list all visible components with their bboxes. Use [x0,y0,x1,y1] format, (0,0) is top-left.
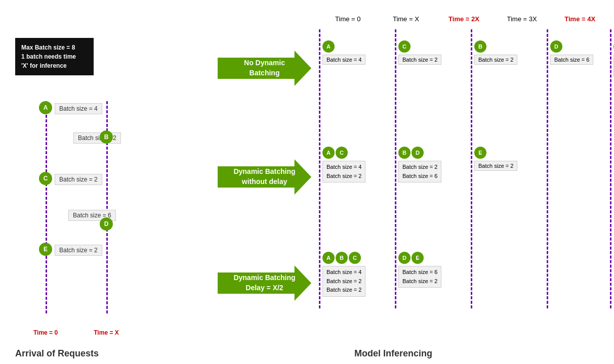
infer-dline-3 [547,29,548,308]
card-r1-c2: Batch size = 2 [474,55,517,65]
request-node-A: A [39,101,52,114]
node-r2-C: C [336,147,348,159]
time-header-x: Time = X [377,15,435,23]
request-node-E: E [39,243,52,256]
dashed-line-t0 [46,101,47,313]
node-r2-D: D [412,147,424,159]
infer-row1-col0: A Batch size = 4 [322,40,365,65]
card-r1-c1: Batch size = 2 [398,55,441,65]
infer-row3-col0: A B C Batch size = 4Batch size = 2Batch … [322,252,365,297]
node-r2-B: B [398,147,411,159]
batch-label-B: Batch size = 2 [73,132,121,144]
infer-row2-col1: B D Batch size = 2Batch size = 6 [398,147,441,183]
card-r2-c2: Batch size = 2 [474,161,517,171]
arrow-no-dynamic: No DynamicBatching [218,51,311,86]
batch-label-A: Batch size = 4 [55,103,102,114]
time-label-0: Time = 0 [33,329,58,336]
node-r3-D: D [398,252,411,264]
node-r2-A: A [322,147,335,159]
inferencing-title: Model Inferencing [354,348,432,359]
card-r1-c0: Batch size = 4 [322,55,365,65]
node-r3-E: E [412,252,424,264]
time-header-2x: Time = 2X [435,15,493,23]
node-r1-A: A [322,40,335,53]
node-r1-D: D [550,40,562,53]
request-node-D: D [100,217,113,231]
infer-section: Time = 0 Time = X Time = 2X Time = 3X Ti… [218,10,609,339]
info-box: Max Batch size = 8 1 batch needs time 'X… [15,38,94,75]
infer-row1-col2: B Batch size = 2 [474,40,517,65]
time-header-4x: Time = 4X [551,15,609,23]
infer-dline-4 [610,29,611,308]
node-r1-C: C [398,40,411,53]
info-line1: Max Batch size = 8 [21,44,75,51]
batch-label-E: Batch size = 2 [55,245,102,256]
arrival-section: A Batch size = 4 B Batch size = 2 C Batc… [15,101,147,313]
time-header-3x: Time = 3X [493,15,551,23]
arrival-title: Arrival of Requests [15,348,99,359]
time-label-x: Time = X [94,329,118,336]
info-line2: 1 batch needs time [21,53,76,60]
infer-row1-col1: C Batch size = 2 [398,40,441,65]
arrow-dynamic-delay: Dynamic BatchingDelay = X/2 [218,265,311,301]
node-r3-B: B [336,252,348,264]
node-r3-A: A [322,252,335,264]
node-r3-C: C [349,252,361,264]
card-r3-c1: Batch size = 6Batch size = 2 [398,266,441,288]
infer-row2-col0: A C Batch size = 4Batch size = 2 [322,147,365,183]
card-r2-c1: Batch size = 2Batch size = 6 [398,161,441,183]
arrow-dynamic-no-delay: Dynamic Batchingwithout delay [218,159,311,195]
infer-dline-0 [319,29,320,308]
node-r1-B: B [474,40,486,53]
card-r2-c0: Batch size = 4Batch size = 2 [322,161,365,183]
infer-row2-col2: E Batch size = 2 [474,147,517,171]
timeline: A Batch size = 4 B Batch size = 2 C Batc… [15,101,147,313]
card-r3-c0: Batch size = 4Batch size = 2Batch size =… [322,266,365,297]
infer-dline-2 [471,29,472,308]
request-node-C: C [39,172,52,185]
time-header-0: Time = 0 [319,15,377,23]
infer-row3-col1: D E Batch size = 6Batch size = 2 [398,252,441,288]
request-node-B: B [100,130,113,144]
card-r1-c3: Batch size = 6 [550,55,593,65]
time-headers: Time = 0 Time = X Time = 2X Time = 3X Ti… [319,15,609,23]
batch-label-C: Batch size = 2 [55,174,102,185]
infer-row1-col3: D Batch size = 6 [550,40,593,65]
info-line3: 'X' for inference [21,62,67,69]
node-r2-E: E [474,147,486,159]
infer-dline-1 [395,29,396,308]
